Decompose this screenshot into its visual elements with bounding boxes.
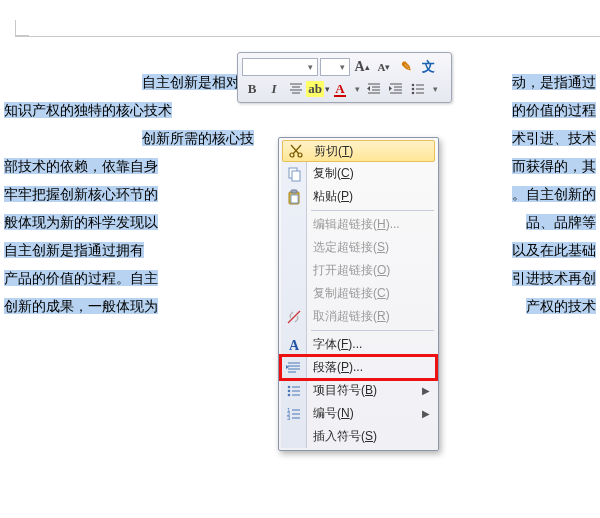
para-icon [285,359,303,377]
italic-button[interactable]: I [264,79,284,99]
menu-item-label: 编辑超链接(H)... [313,216,400,233]
mini-format-toolbar: ▾ ▾ A▴ A▾ ✎ 文 B I ab▾ A ▾ ▾ [237,52,452,103]
svg-rect-28 [291,195,298,203]
menu-item-label: 粘贴(P) [313,188,353,205]
font-name-combo[interactable]: ▾ [242,58,318,76]
chevron-down-icon: ▾ [305,62,315,72]
page-top-edge [15,36,600,37]
menu-separator [311,330,434,331]
align-center-button[interactable] [286,79,306,99]
list-icon [285,382,303,400]
chevron-down-icon: ▾ [337,62,347,72]
svg-point-37 [288,389,291,392]
bullets-button[interactable] [408,79,428,99]
menu-item-label: 段落(P)... [313,359,363,376]
font-color-button[interactable]: A [330,79,350,99]
menu-item-label: 取消超链接(R) [313,308,390,325]
svg-text:A: A [289,338,300,353]
menu-item-label: 剪切(T) [314,143,353,160]
grow-font-button[interactable]: A▴ [352,57,372,77]
menu-item-font[interactable]: A字体(F)... [281,333,436,356]
submenu-arrow-icon: ▶ [422,385,430,396]
submenu-arrow-icon: ▶ [422,408,430,419]
chevron-down-icon: ▾ [430,84,440,94]
font-color-bar [334,95,346,97]
font-size-combo[interactable]: ▾ [320,58,350,76]
menu-separator [311,210,434,211]
context-menu: 剪切(T)复制(C)粘贴(P)编辑超链接(H)...选定超链接(S)打开超链接(… [278,137,439,451]
menu-item-edit-hyper: 编辑超链接(H)... [281,213,436,236]
svg-point-16 [412,92,415,95]
menu-item-label: 复制(C) [313,165,354,182]
menu-item-label: 复制超链接(C) [313,285,390,302]
svg-point-14 [412,84,415,87]
svg-point-15 [412,88,415,91]
menu-item-label: 打开超链接(O) [313,262,390,279]
highlight-button[interactable]: ab▾ [308,79,328,99]
increase-indent-button[interactable] [386,79,406,99]
menu-item-copy[interactable]: 复制(C) [281,162,436,185]
svg-text:3: 3 [287,415,291,421]
bullets-icon [411,83,425,95]
scissors-icon [287,142,305,160]
increase-indent-icon [389,83,403,95]
page-corner [15,20,29,36]
svg-rect-27 [291,190,297,193]
menu-item-cut[interactable]: 剪切(T) [282,140,435,162]
menu-item-label: 项目符号(B) [313,382,377,399]
numlist-icon: 123 [285,405,303,423]
unlink-icon [285,308,303,326]
menu-item-copy-hyper: 复制超链接(C) [281,282,436,305]
menu-item-label: 编号(N) [313,405,354,422]
svg-marker-13 [389,86,392,91]
chevron-down-icon: ▾ [352,84,362,94]
menu-item-label: 选定超链接(S) [313,239,389,256]
svg-point-38 [288,393,291,396]
phonetic-guide-button[interactable]: 文 [418,57,438,77]
decrease-indent-button[interactable] [364,79,384,99]
fontA-icon: A [285,336,303,354]
bold-button[interactable]: B [242,79,262,99]
svg-rect-25 [292,171,300,181]
decrease-indent-icon [367,83,381,95]
menu-item-label: 插入符号(S) [313,428,377,445]
align-center-icon [289,83,303,95]
menu-item-select-hyper: 选定超链接(S) [281,236,436,259]
menu-item-symbol[interactable]: 插入符号(S) [281,425,436,448]
menu-item-label: 字体(F)... [313,336,362,353]
menu-item-paragraph[interactable]: 段落(P)... [281,356,436,379]
menu-item-bullets[interactable]: 项目符号(B)▶ [281,379,436,402]
shrink-font-button[interactable]: A▾ [374,57,394,77]
menu-item-remove-hyper: 取消超链接(R) [281,305,436,328]
menu-item-numbering[interactable]: 123编号(N)▶ [281,402,436,425]
copy-icon [285,165,303,183]
format-painter-button[interactable]: ✎ [396,57,416,77]
menu-item-open-hyper: 打开超链接(O) [281,259,436,282]
paste-icon [285,188,303,206]
menu-item-paste[interactable]: 粘贴(P) [281,185,436,208]
svg-point-36 [288,385,291,388]
svg-marker-8 [367,86,370,91]
